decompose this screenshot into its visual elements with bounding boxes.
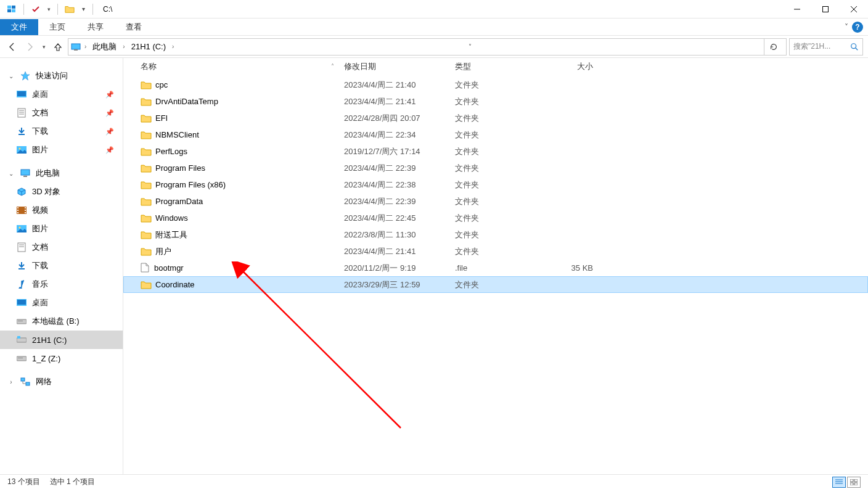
sidebar-label: 本地磁盘 (B:)	[32, 316, 80, 327]
file-row[interactable]: 用户2023/4/4/周二 21:41文件夹	[123, 243, 868, 260]
file-row[interactable]: NBMSClient2023/4/4/周二 22:34文件夹	[123, 126, 868, 143]
file-name: PerfLogs	[155, 147, 187, 156]
file-name: bootmgr	[154, 263, 184, 273]
view-thumbnails-button[interactable]	[847, 477, 861, 488]
back-button[interactable]	[5, 38, 20, 55]
file-row[interactable]: DrvAntiDataTemp2023/4/4/周二 21:41文件夹	[123, 93, 868, 110]
up-button[interactable]	[51, 38, 65, 55]
file-row[interactable]: cpc2023/4/4/周二 21:40文件夹	[123, 76, 868, 93]
file-row[interactable]: Windows2023/4/4/周二 22:45文件夹	[123, 210, 868, 226]
file-row[interactable]: PerfLogs2019/12/7/周六 17:14文件夹	[123, 143, 868, 160]
breadcrumb-drive[interactable]: 21H1 (C:)	[129, 42, 168, 51]
file-icon	[141, 263, 150, 274]
sidebar-pictures-2[interactable]: 图片	[0, 220, 123, 238]
sidebar-music[interactable]: 音乐	[0, 275, 123, 294]
file-date: 2023/4/4/周二 21:41	[339, 246, 450, 257]
sidebar-downloads-2[interactable]: 下载	[0, 257, 123, 275]
address-bar[interactable]: › 此电脑 › 21H1 (C:) › ˅	[68, 38, 787, 55]
folder-icon	[141, 214, 152, 223]
status-bar: 13 个项目 选中 1 个项目	[0, 474, 868, 489]
expander-icon[interactable]: ⌄	[7, 170, 15, 177]
folder-icon	[141, 131, 152, 139]
svg-rect-45	[26, 382, 30, 385]
drive-icon	[16, 334, 27, 345]
breadcrumb-this-pc[interactable]: 此电脑	[90, 41, 119, 52]
sidebar-3d-objects[interactable]: 3D 对象	[0, 183, 123, 201]
maximize-button[interactable]	[811, 0, 840, 18]
sidebar-pictures[interactable]: 图片 📌	[0, 141, 123, 159]
tab-file[interactable]: 文件	[0, 19, 38, 35]
svg-rect-50	[850, 479, 853, 482]
folder-icon	[141, 197, 152, 206]
search-icon	[850, 43, 859, 51]
sidebar-network[interactable]: › 网络	[0, 372, 123, 391]
file-row[interactable]: 附送工具2022/3/8/周二 11:30文件夹	[123, 226, 868, 243]
sidebar-downloads[interactable]: 下载 📌	[0, 122, 123, 141]
chevron-right-icon[interactable]: ›	[120, 43, 127, 50]
file-date: 2023/4/4/周二 22:34	[339, 129, 450, 141]
pictures-icon	[16, 144, 27, 155]
history-dropdown[interactable]: ▾	[39, 38, 48, 55]
file-row[interactable]: Program Files (x86)2023/4/4/周二 22:38文件夹	[123, 176, 868, 193]
sidebar-videos[interactable]: 视频	[0, 201, 123, 220]
file-row[interactable]: EFI2022/4/28/周四 20:07文件夹	[123, 110, 868, 126]
column-size[interactable]: 大小	[542, 61, 598, 72]
svg-point-31	[19, 227, 21, 229]
file-name: Coordinate	[155, 280, 195, 289]
tab-home[interactable]: 主页	[38, 19, 76, 35]
chevron-right-icon[interactable]: ›	[170, 43, 176, 50]
column-type[interactable]: 类型	[450, 61, 542, 72]
sidebar-label: 文档	[32, 107, 48, 118]
help-icon[interactable]: ?	[852, 22, 863, 33]
sidebar-this-pc[interactable]: ⌄ 此电脑	[0, 164, 123, 183]
file-row[interactable]: Coordinate2023/3/29/周三 12:59文件夹	[123, 276, 868, 293]
sidebar-label: 下载	[32, 260, 48, 271]
file-date: 2020/11/2/周一 9:19	[339, 263, 450, 274]
close-button[interactable]	[840, 0, 868, 18]
tab-view[interactable]: 查看	[115, 19, 153, 35]
minimize-button[interactable]	[783, 0, 811, 18]
file-date: 2023/4/4/周二 21:40	[339, 80, 450, 91]
view-details-button[interactable]	[832, 477, 846, 488]
svg-rect-44	[21, 378, 25, 381]
file-row[interactable]: ProgramData2023/4/4/周二 22:39文件夹	[123, 193, 868, 210]
content-area: 名称˄ 修改日期 类型 大小 cpc2023/4/4/周二 21:40文件夹Dr…	[123, 58, 868, 474]
refresh-button[interactable]	[764, 39, 784, 55]
qat-dropdown-icon[interactable]: ▾	[45, 2, 52, 16]
sidebar-drive-b[interactable]: 本地磁盘 (B:)	[0, 312, 123, 331]
svg-rect-43	[18, 358, 23, 358]
sidebar-desktop[interactable]: 桌面 📌	[0, 85, 123, 104]
chevron-right-icon[interactable]: ›	[82, 43, 89, 50]
sidebar-drive-z[interactable]: 1_Z (Z:)	[0, 349, 123, 368]
address-dropdown[interactable]: ˅	[462, 39, 479, 55]
tab-share[interactable]: 共享	[76, 19, 115, 35]
column-date[interactable]: 修改日期	[339, 61, 450, 72]
sidebar-documents-2[interactable]: 文档	[0, 238, 123, 257]
forward-button[interactable]	[22, 38, 37, 55]
sidebar-documents[interactable]: 文档 📌	[0, 104, 123, 122]
svg-rect-28	[25, 210, 26, 211]
file-row[interactable]: bootmgr2020/11/2/周一 9:19.file35 KB	[123, 260, 868, 276]
svg-rect-3	[12, 9, 15, 12]
qat-properties-icon[interactable]	[29, 2, 43, 16]
pc-icon	[20, 168, 31, 179]
sidebar-quick-access[interactable]: ⌄ 快速访问	[0, 67, 123, 85]
sidebar-desktop-2[interactable]: 桌面	[0, 294, 123, 312]
svg-rect-21	[21, 170, 30, 175]
svg-rect-39	[18, 321, 23, 321]
ribbon-expand-icon[interactable]: ˅	[845, 23, 848, 31]
title-dropdown-icon[interactable]: ▾	[79, 2, 88, 16]
svg-rect-29	[25, 212, 26, 213]
file-type: 文件夹	[450, 113, 542, 124]
expander-icon[interactable]: ›	[7, 379, 15, 385]
expander-icon[interactable]: ⌄	[7, 73, 15, 80]
pin-icon: 📌	[105, 146, 114, 154]
svg-rect-8	[72, 44, 80, 49]
file-row[interactable]: Program Files2023/4/4/周二 22:39文件夹	[123, 160, 868, 176]
file-type: 文件夹	[450, 229, 542, 240]
column-name[interactable]: 名称˄	[136, 61, 339, 72]
file-date: 2023/4/4/周二 22:39	[339, 196, 450, 207]
folder-icon	[141, 164, 152, 173]
sidebar-drive-c[interactable]: 21H1 (C:)	[0, 331, 123, 349]
search-box[interactable]: 搜索"21H...	[789, 38, 863, 55]
